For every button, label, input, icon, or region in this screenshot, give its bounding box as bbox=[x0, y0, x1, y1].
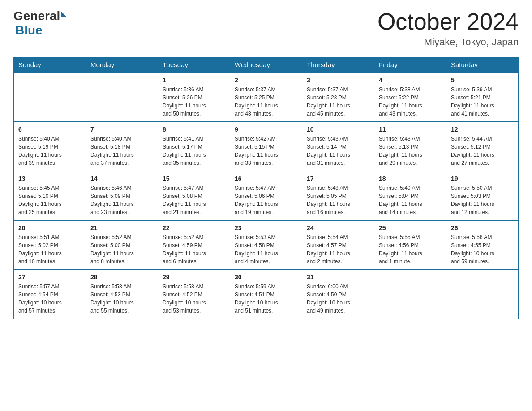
calendar-cell: 1Sunrise: 5:36 AM Sunset: 5:26 PM Daylig… bbox=[158, 73, 230, 122]
day-info: Sunrise: 5:46 AM Sunset: 5:09 PM Dayligh… bbox=[90, 184, 153, 216]
logo-triangle-icon bbox=[61, 11, 67, 17]
calendar-cell: 22Sunrise: 5:52 AM Sunset: 4:59 PM Dayli… bbox=[158, 220, 230, 270]
day-number: 8 bbox=[163, 126, 225, 133]
day-number: 16 bbox=[235, 175, 297, 182]
day-info: Sunrise: 6:00 AM Sunset: 4:50 PM Dayligh… bbox=[307, 283, 369, 315]
calendar-cell: 5Sunrise: 5:39 AM Sunset: 5:21 PM Daylig… bbox=[446, 73, 519, 122]
day-number: 28 bbox=[90, 274, 153, 281]
week-row-4: 20Sunrise: 5:51 AM Sunset: 5:02 PM Dayli… bbox=[14, 220, 519, 270]
day-number: 29 bbox=[163, 274, 225, 281]
logo: General Blue bbox=[13, 9, 67, 38]
calendar-cell: 14Sunrise: 5:46 AM Sunset: 5:09 PM Dayli… bbox=[86, 171, 158, 220]
header-sunday: Sunday bbox=[14, 57, 86, 73]
title-section: October 2024 Miyake, Tokyo, Japan bbox=[378, 9, 519, 48]
calendar-cell: 24Sunrise: 5:54 AM Sunset: 4:57 PM Dayli… bbox=[302, 220, 374, 270]
calendar-cell: 18Sunrise: 5:49 AM Sunset: 5:04 PM Dayli… bbox=[374, 171, 446, 220]
day-info: Sunrise: 5:59 AM Sunset: 4:51 PM Dayligh… bbox=[235, 283, 297, 315]
calendar-title: October 2024 bbox=[378, 9, 519, 34]
calendar-cell: 27Sunrise: 5:57 AM Sunset: 4:54 PM Dayli… bbox=[14, 270, 86, 319]
calendar-cell: 9Sunrise: 5:42 AM Sunset: 5:15 PM Daylig… bbox=[230, 122, 302, 171]
day-number: 5 bbox=[451, 77, 514, 84]
header-monday: Monday bbox=[86, 57, 158, 73]
week-row-1: 1Sunrise: 5:36 AM Sunset: 5:26 PM Daylig… bbox=[14, 73, 519, 122]
day-number: 23 bbox=[235, 224, 297, 231]
day-info: Sunrise: 5:38 AM Sunset: 5:22 PM Dayligh… bbox=[379, 86, 442, 118]
calendar-cell: 20Sunrise: 5:51 AM Sunset: 5:02 PM Dayli… bbox=[14, 220, 86, 270]
day-info: Sunrise: 5:41 AM Sunset: 5:17 PM Dayligh… bbox=[163, 135, 225, 167]
page-header: General Blue October 2024 Miyake, Tokyo,… bbox=[13, 9, 519, 48]
day-info: Sunrise: 5:57 AM Sunset: 4:54 PM Dayligh… bbox=[18, 283, 81, 315]
day-number: 14 bbox=[90, 175, 153, 182]
day-number: 27 bbox=[18, 274, 81, 281]
day-number: 2 bbox=[235, 77, 297, 84]
header-wednesday: Wednesday bbox=[230, 57, 302, 73]
calendar-cell: 21Sunrise: 5:52 AM Sunset: 5:00 PM Dayli… bbox=[86, 220, 158, 270]
week-row-2: 6Sunrise: 5:40 AM Sunset: 5:19 PM Daylig… bbox=[14, 122, 519, 171]
week-row-5: 27Sunrise: 5:57 AM Sunset: 4:54 PM Dayli… bbox=[14, 270, 519, 319]
day-number: 3 bbox=[307, 77, 369, 84]
day-number: 31 bbox=[307, 274, 369, 281]
day-info: Sunrise: 5:39 AM Sunset: 5:21 PM Dayligh… bbox=[451, 86, 514, 118]
day-number: 12 bbox=[451, 126, 514, 133]
calendar-cell: 10Sunrise: 5:43 AM Sunset: 5:14 PM Dayli… bbox=[302, 122, 374, 171]
day-number: 19 bbox=[451, 175, 514, 182]
calendar-cell bbox=[14, 73, 86, 122]
day-info: Sunrise: 5:45 AM Sunset: 5:10 PM Dayligh… bbox=[18, 184, 81, 216]
day-number: 21 bbox=[90, 224, 153, 231]
day-number: 4 bbox=[379, 77, 442, 84]
day-info: Sunrise: 5:40 AM Sunset: 5:18 PM Dayligh… bbox=[90, 135, 153, 167]
day-info: Sunrise: 5:55 AM Sunset: 4:56 PM Dayligh… bbox=[379, 233, 442, 265]
day-number: 17 bbox=[307, 175, 369, 182]
calendar-cell: 13Sunrise: 5:45 AM Sunset: 5:10 PM Dayli… bbox=[14, 171, 86, 220]
day-number: 10 bbox=[307, 126, 369, 133]
day-number: 13 bbox=[18, 175, 81, 182]
day-info: Sunrise: 5:37 AM Sunset: 5:25 PM Dayligh… bbox=[235, 86, 297, 118]
logo-blue-text: Blue bbox=[15, 23, 43, 38]
day-info: Sunrise: 5:37 AM Sunset: 5:23 PM Dayligh… bbox=[307, 86, 369, 118]
day-number: 22 bbox=[163, 224, 225, 231]
day-number: 6 bbox=[18, 126, 81, 133]
header-friday: Friday bbox=[374, 57, 446, 73]
calendar-cell: 2Sunrise: 5:37 AM Sunset: 5:25 PM Daylig… bbox=[230, 73, 302, 122]
day-number: 7 bbox=[90, 126, 153, 133]
day-info: Sunrise: 5:36 AM Sunset: 5:26 PM Dayligh… bbox=[163, 86, 225, 118]
day-info: Sunrise: 5:51 AM Sunset: 5:02 PM Dayligh… bbox=[18, 233, 81, 265]
day-number: 30 bbox=[235, 274, 297, 281]
calendar-cell: 7Sunrise: 5:40 AM Sunset: 5:18 PM Daylig… bbox=[86, 122, 158, 171]
logo-general-text: General bbox=[13, 9, 60, 23]
calendar-cell bbox=[446, 270, 519, 319]
calendar-cell: 31Sunrise: 6:00 AM Sunset: 4:50 PM Dayli… bbox=[302, 270, 374, 319]
day-number: 1 bbox=[163, 77, 225, 84]
calendar-cell: 29Sunrise: 5:58 AM Sunset: 4:52 PM Dayli… bbox=[158, 270, 230, 319]
day-info: Sunrise: 5:44 AM Sunset: 5:12 PM Dayligh… bbox=[451, 135, 514, 167]
day-number: 25 bbox=[379, 224, 442, 231]
calendar-cell: 6Sunrise: 5:40 AM Sunset: 5:19 PM Daylig… bbox=[14, 122, 86, 171]
calendar-cell bbox=[86, 73, 158, 122]
calendar-header-row: SundayMondayTuesdayWednesdayThursdayFrid… bbox=[14, 57, 519, 73]
day-info: Sunrise: 5:52 AM Sunset: 4:59 PM Dayligh… bbox=[163, 233, 225, 265]
day-info: Sunrise: 5:43 AM Sunset: 5:13 PM Dayligh… bbox=[379, 135, 442, 167]
calendar-cell: 16Sunrise: 5:47 AM Sunset: 5:06 PM Dayli… bbox=[230, 171, 302, 220]
day-info: Sunrise: 5:42 AM Sunset: 5:15 PM Dayligh… bbox=[235, 135, 297, 167]
day-number: 26 bbox=[451, 224, 514, 231]
day-info: Sunrise: 5:43 AM Sunset: 5:14 PM Dayligh… bbox=[307, 135, 369, 167]
day-number: 24 bbox=[307, 224, 369, 231]
calendar-table: SundayMondayTuesdayWednesdayThursdayFrid… bbox=[13, 57, 519, 319]
day-info: Sunrise: 5:53 AM Sunset: 4:58 PM Dayligh… bbox=[235, 233, 297, 265]
calendar-cell bbox=[374, 270, 446, 319]
calendar-cell: 25Sunrise: 5:55 AM Sunset: 4:56 PM Dayli… bbox=[374, 220, 446, 270]
calendar-cell: 26Sunrise: 5:56 AM Sunset: 4:55 PM Dayli… bbox=[446, 220, 519, 270]
day-info: Sunrise: 5:58 AM Sunset: 4:53 PM Dayligh… bbox=[90, 283, 153, 315]
header-tuesday: Tuesday bbox=[158, 57, 230, 73]
header-thursday: Thursday bbox=[302, 57, 374, 73]
week-row-3: 13Sunrise: 5:45 AM Sunset: 5:10 PM Dayli… bbox=[14, 171, 519, 220]
calendar-subtitle: Miyake, Tokyo, Japan bbox=[378, 36, 519, 48]
day-info: Sunrise: 5:56 AM Sunset: 4:55 PM Dayligh… bbox=[451, 233, 514, 265]
calendar-cell: 30Sunrise: 5:59 AM Sunset: 4:51 PM Dayli… bbox=[230, 270, 302, 319]
day-info: Sunrise: 5:58 AM Sunset: 4:52 PM Dayligh… bbox=[163, 283, 225, 315]
calendar-cell: 4Sunrise: 5:38 AM Sunset: 5:22 PM Daylig… bbox=[374, 73, 446, 122]
day-info: Sunrise: 5:49 AM Sunset: 5:04 PM Dayligh… bbox=[379, 184, 442, 216]
day-info: Sunrise: 5:54 AM Sunset: 4:57 PM Dayligh… bbox=[307, 233, 369, 265]
calendar-cell: 8Sunrise: 5:41 AM Sunset: 5:17 PM Daylig… bbox=[158, 122, 230, 171]
calendar-cell: 3Sunrise: 5:37 AM Sunset: 5:23 PM Daylig… bbox=[302, 73, 374, 122]
